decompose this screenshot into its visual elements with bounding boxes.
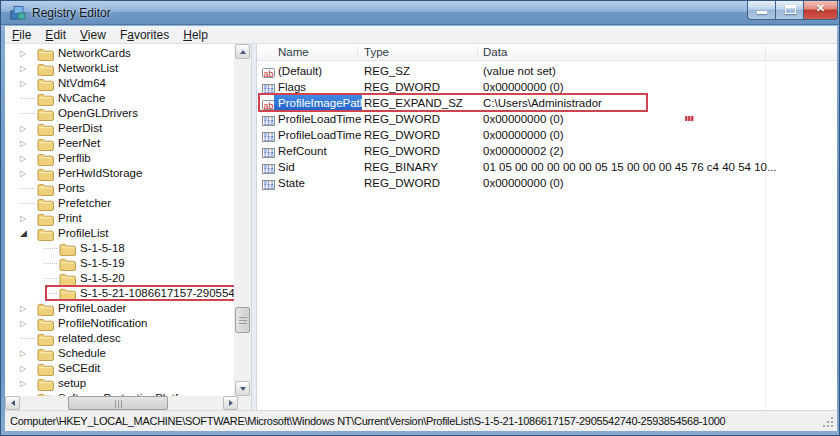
- expand-collapsed-icon[interactable]: ▷: [20, 376, 32, 391]
- column-separator[interactable]: [765, 46, 766, 59]
- tree-item-s-1-5-20[interactable]: S-1-5-20: [5, 271, 234, 286]
- tree-item-opengldrivers[interactable]: OpenGLDrivers: [5, 106, 234, 121]
- expand-collapsed-icon[interactable]: ▷: [20, 301, 32, 316]
- tree-item-setup[interactable]: ▷setup: [5, 376, 234, 391]
- arrow-right-icon: [229, 400, 233, 406]
- menu-item-file[interactable]: File: [5, 27, 38, 43]
- column-header-type[interactable]: Type: [364, 44, 389, 61]
- column-separator[interactable]: [357, 46, 358, 59]
- value-row-profileloadtime[interactable]: 011110ProfileLoadTime...REG_DWORD0x00000…: [257, 127, 837, 143]
- expand-collapsed-icon[interactable]: ▷: [20, 316, 32, 331]
- minimize-button[interactable]: [747, 1, 776, 20]
- tree-connector-line: [44, 248, 57, 249]
- tree-item-print[interactable]: ▷Print: [5, 211, 234, 226]
- tree-item-related-desc[interactable]: related.desc: [5, 331, 234, 346]
- titlebar[interactable]: Registry Editor ✕: [1, 1, 840, 25]
- tree-item-profilelist[interactable]: ◢ProfileList: [5, 226, 234, 241]
- maximize-icon: [785, 5, 796, 14]
- tree-item-label: NetworkList: [58, 61, 118, 76]
- tree-vertical-scrollbar[interactable]: [234, 44, 251, 396]
- expand-collapsed-icon[interactable]: ▷: [20, 151, 32, 166]
- column-header-name[interactable]: Name: [278, 44, 309, 61]
- menu-item-view[interactable]: View: [73, 27, 113, 43]
- tree-horizontal-scrollbar[interactable]: [5, 396, 238, 410]
- tree-item-ntvdm64[interactable]: ▷NtVdm64: [5, 76, 234, 91]
- scroll-right-button[interactable]: [223, 396, 238, 410]
- tree-item-networkcards[interactable]: ▷NetworkCards: [5, 46, 234, 61]
- value-name-cell: ProfileLoadTime...: [278, 111, 362, 127]
- vertical-scroll-thumb[interactable]: [235, 307, 250, 333]
- tree-item-label: PeerNet: [58, 136, 100, 151]
- arrow-up-icon: [240, 50, 246, 54]
- value-row-profileloadtime[interactable]: 011110ProfileLoadTime...REG_DWORD0x00000…: [257, 111, 837, 127]
- tree-item-profilenotification[interactable]: ▷ProfileNotification: [5, 316, 234, 331]
- arrow-down-icon: [240, 387, 246, 391]
- menu-item-favorites[interactable]: Favorites: [113, 27, 176, 43]
- value-row-profileimagepath[interactable]: abProfileImagePathREG_EXPAND_SZC:\Users\…: [257, 95, 837, 111]
- resize-grip-icon[interactable]: [823, 417, 834, 428]
- value-data-cell: 0x00000000 (0): [483, 127, 835, 143]
- value-row-sid[interactable]: 011110SidREG_BINARY01 05 00 00 00 00 00 …: [257, 159, 837, 175]
- tree-connector-line: [20, 188, 35, 189]
- expand-collapsed-icon[interactable]: ▷: [20, 61, 32, 76]
- svg-text:110: 110: [264, 120, 274, 127]
- scroll-down-button[interactable]: [235, 381, 250, 396]
- tree-item-profileloader[interactable]: ▷ProfileLoader: [5, 301, 234, 316]
- horizontal-scroll-thumb[interactable]: [68, 396, 168, 410]
- tree-item-perflib[interactable]: ▷Perflib: [5, 151, 234, 166]
- expand-collapsed-icon[interactable]: ▷: [20, 76, 32, 91]
- values-pane: Name Type Data ab(Default)REG_SZ(value n…: [257, 44, 837, 410]
- expand-collapsed-icon[interactable]: ▷: [20, 211, 32, 226]
- tree-item-schedule[interactable]: ▷Schedule: [5, 346, 234, 361]
- tree-item-label: ProfileLoader: [58, 301, 126, 316]
- scroll-left-button[interactable]: [5, 396, 20, 410]
- tree-item-label: OpenGLDrivers: [58, 106, 138, 121]
- tree-item-secedit[interactable]: ▷SeCEdit: [5, 361, 234, 376]
- window-title: Registry Editor: [32, 1, 111, 25]
- value-data-cell: 0x00000002 (2): [483, 143, 835, 159]
- tree-item-label: related.desc: [58, 331, 121, 346]
- menu-item-edit[interactable]: Edit: [38, 27, 73, 43]
- menu-item-help[interactable]: Help: [176, 27, 215, 43]
- value-row-state[interactable]: 011110StateREG_DWORD0x00000000 (0): [257, 175, 837, 191]
- close-button[interactable]: ✕: [803, 1, 838, 20]
- tree-connector-line: [20, 98, 35, 99]
- expand-collapsed-icon[interactable]: ▷: [20, 121, 32, 136]
- tree-connector-line: [44, 278, 57, 279]
- tree-item-label: PeerDist: [58, 121, 102, 136]
- expand-collapsed-icon[interactable]: ▷: [20, 361, 32, 376]
- value-row-default[interactable]: ab(Default)REG_SZ(value not set): [257, 63, 837, 79]
- tree-item-s-1-5-21-1086617157-2905542[interactable]: S-1-5-21-1086617157-2905542: [5, 286, 234, 301]
- tree-item-networklist[interactable]: ▷NetworkList: [5, 61, 234, 76]
- tree-item-label: PerHwIdStorage: [58, 166, 142, 181]
- column-separator[interactable]: [477, 46, 478, 59]
- scroll-up-button[interactable]: [235, 44, 250, 59]
- tree-item-perhwidstorage[interactable]: ▷PerHwIdStorage: [5, 166, 234, 181]
- tree-connector-line: [20, 203, 35, 204]
- tree-item-peerdist[interactable]: ▷PeerDist: [5, 121, 234, 136]
- registry-editor-window: Registry Editor ✕ FileEditViewFavoritesH…: [0, 0, 840, 436]
- svg-text:ab: ab: [263, 69, 273, 79]
- tree-item-prefetcher[interactable]: Prefetcher: [5, 196, 234, 211]
- expand-collapsed-icon[interactable]: ▷: [20, 46, 32, 61]
- tree-viewport: ▷NetworkCards▷NetworkList▷NtVdm64NvCache…: [5, 44, 234, 396]
- svg-text:110: 110: [264, 184, 274, 191]
- expand-expanded-icon[interactable]: ◢: [20, 226, 32, 241]
- value-row-refcount[interactable]: 011110RefCountREG_DWORD0x00000002 (2): [257, 143, 837, 159]
- svg-text:110: 110: [264, 168, 274, 175]
- value-name-cell: (Default): [278, 63, 362, 79]
- tree-item-s-1-5-18[interactable]: S-1-5-18: [5, 241, 234, 256]
- tree-item-s-1-5-19[interactable]: S-1-5-19: [5, 256, 234, 271]
- maximize-button[interactable]: [775, 1, 804, 20]
- tree-item-nvcache[interactable]: NvCache: [5, 91, 234, 106]
- annotation-red-box-row: [258, 93, 648, 112]
- expand-collapsed-icon[interactable]: ▷: [20, 166, 32, 181]
- expand-collapsed-icon[interactable]: ▷: [20, 346, 32, 361]
- tree-item-label: Ports: [58, 181, 85, 196]
- arrow-left-icon: [11, 400, 15, 406]
- tree-item-peernet[interactable]: ▷PeerNet: [5, 136, 234, 151]
- column-header-data[interactable]: Data: [483, 44, 507, 61]
- expand-collapsed-icon[interactable]: ▷: [20, 136, 32, 151]
- tree-connector-line: [20, 113, 35, 114]
- tree-item-ports[interactable]: Ports: [5, 181, 234, 196]
